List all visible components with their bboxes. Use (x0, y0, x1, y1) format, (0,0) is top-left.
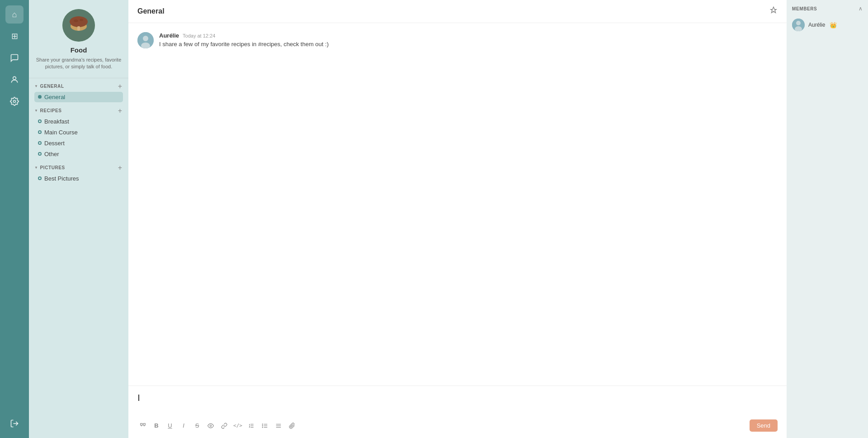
message-body: Aurélie Today at 12:24 I share a few of … (159, 32, 329, 49)
channel-dot-main-course (38, 130, 42, 134)
channel-item-other[interactable]: Other (34, 149, 123, 159)
channel-dot-other (38, 152, 42, 156)
members-collapse-button[interactable]: ∧ (859, 5, 863, 12)
community-desc: Share your grandma's recipes, favorite p… (34, 57, 123, 71)
spoiler-icon[interactable] (205, 420, 216, 431)
member-name-aurelie: Aurélie (808, 22, 825, 28)
sidebar-header: Food Share your grandma's recipes, favor… (29, 0, 128, 78)
svg-point-14 (210, 425, 212, 427)
link-icon[interactable] (219, 420, 230, 431)
block-quote-icon[interactable] (137, 420, 148, 431)
grid-icon[interactable]: ⊞ (5, 27, 24, 45)
pictures-section-title[interactable]: ▼ PICTURES (34, 165, 65, 170)
channel-header: General (128, 0, 787, 23)
general-add-button[interactable]: + (117, 83, 123, 90)
community-avatar (62, 9, 95, 42)
editor-toolbar: B U I S </> (137, 419, 778, 432)
svg-point-10 (143, 36, 148, 41)
channel-item-dessert[interactable]: Dessert (34, 138, 123, 148)
channel-dot-breakfast (38, 119, 42, 123)
editor-area: B U I S </> (128, 386, 787, 438)
svg-point-6 (74, 19, 78, 22)
sidebar: Food Share your grandma's recipes, favor… (29, 0, 128, 438)
recipes-add-button[interactable]: + (117, 107, 123, 114)
toolbar-icons: B U I S </> (137, 420, 297, 431)
svg-point-5 (70, 16, 88, 27)
underline-icon[interactable]: U (165, 420, 175, 431)
svg-point-23 (262, 427, 263, 427)
code-icon[interactable]: </> (232, 420, 243, 431)
channel-dot-best-pictures (38, 176, 42, 180)
home-icon[interactable]: ⌂ (5, 5, 24, 24)
members-title: MEMBERS (792, 6, 817, 11)
message-text: I share a few of my favorite recipes in … (159, 40, 329, 49)
chat-icon[interactable] (5, 49, 24, 67)
ordered-list-icon[interactable] (246, 420, 257, 431)
messages-area: Aurélie Today at 12:24 I share a few of … (128, 23, 787, 386)
send-button[interactable]: Send (750, 419, 778, 432)
channel-title: General (137, 7, 165, 15)
message-input[interactable] (137, 390, 778, 418)
main-content: General Aurélie Today at 12:24 I shar (128, 0, 787, 438)
member-item-aurelie[interactable]: Aurélie 👑 (792, 17, 863, 33)
channel-dot-dessert (38, 141, 42, 145)
pictures-toggle: ▼ (34, 166, 38, 170)
attachment-icon[interactable] (287, 420, 297, 431)
members-header: MEMBERS ∧ (792, 5, 863, 12)
svg-rect-13 (143, 423, 145, 425)
message-avatar (137, 32, 154, 48)
channel-item-breakfast[interactable]: Breakfast (34, 116, 123, 127)
svg-point-22 (262, 425, 263, 426)
indent-icon[interactable] (273, 420, 284, 431)
community-name: Food (71, 46, 87, 54)
pictures-add-button[interactable]: + (117, 164, 123, 171)
crown-icon: 👑 (830, 22, 837, 29)
channel-item-main-course[interactable]: Main Course (34, 127, 123, 138)
general-section: ▼ GENERAL + General (29, 78, 128, 103)
svg-rect-12 (141, 423, 142, 425)
bold-icon[interactable]: B (151, 420, 162, 431)
svg-point-28 (796, 21, 801, 25)
nav-bar: ⌂ ⊞ (0, 0, 29, 438)
message-time: Today at 12:24 (183, 33, 215, 38)
member-avatar-aurelie (792, 19, 805, 31)
svg-rect-8 (77, 26, 80, 31)
recipes-section-title[interactable]: ▼ RECIPES (34, 108, 62, 113)
general-section-title[interactable]: ▼ GENERAL (34, 84, 64, 89)
general-toggle: ▼ (34, 84, 38, 88)
channel-item-best-pictures[interactable]: Best Pictures (34, 173, 123, 184)
strikethrough-icon[interactable]: S (192, 420, 203, 431)
svg-point-21 (262, 424, 263, 424)
unordered-list-icon[interactable] (259, 420, 270, 431)
message-meta: Aurélie Today at 12:24 (159, 32, 329, 39)
message-item: Aurélie Today at 12:24 I share a few of … (137, 32, 778, 49)
channel-item-general[interactable]: General (34, 92, 123, 102)
recipes-toggle: ▼ (34, 109, 38, 113)
svg-point-0 (13, 76, 16, 80)
recipes-section: ▼ RECIPES + Breakfast Main Course Desser… (29, 103, 128, 160)
message-author: Aurélie (159, 32, 179, 39)
user-icon[interactable] (5, 71, 24, 89)
logout-icon[interactable] (5, 414, 24, 433)
svg-point-1 (14, 100, 16, 103)
italic-icon[interactable]: I (178, 420, 189, 431)
channel-dot-general (38, 95, 42, 99)
settings-icon[interactable] (5, 92, 24, 110)
right-panel: MEMBERS ∧ Aurélie 👑 (787, 0, 868, 438)
svg-point-7 (80, 19, 83, 21)
pictures-section: ▼ PICTURES + Best Pictures (29, 160, 128, 184)
pin-icon[interactable] (769, 6, 778, 16)
